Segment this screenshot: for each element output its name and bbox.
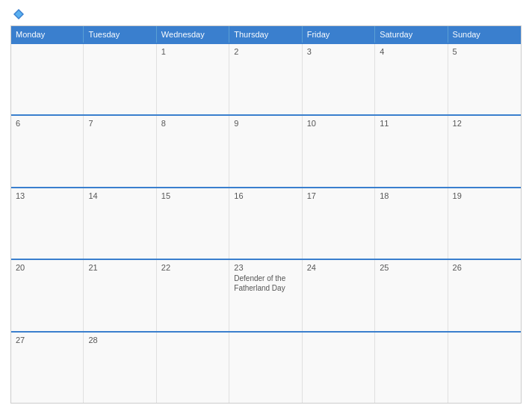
weekday-header-monday: Monday: [11, 26, 84, 43]
day-number: 6: [16, 119, 78, 128]
week-row-3: 13141516171819: [11, 187, 521, 259]
logo-icon: [12, 7, 25, 21]
day-number: 3: [307, 47, 370, 56]
day-number: 17: [307, 191, 370, 200]
week-row-5: 2728: [11, 331, 521, 403]
day-number: 23: [234, 263, 297, 272]
cal-cell-23: 23Defender of the Fatherland Day: [229, 260, 302, 330]
cal-cell-15: 15: [157, 188, 229, 259]
cal-cell-8: 8: [157, 116, 229, 186]
calendar-grid: MondayTuesdayWednesdayThursdayFridaySatu…: [10, 25, 522, 404]
cal-cell-3: 3: [303, 44, 375, 114]
day-number: 2: [234, 47, 297, 56]
week-row-1: 12345: [11, 43, 521, 114]
day-number: 7: [88, 119, 151, 128]
header: [10, 7, 522, 21]
weekday-header-wednesday: Wednesday: [157, 26, 229, 43]
day-number: 13: [16, 191, 78, 200]
cal-cell-28: 28: [84, 333, 156, 403]
day-number: 15: [161, 191, 224, 200]
cal-cell-26: 26: [448, 260, 521, 330]
day-number: 14: [88, 191, 151, 200]
cal-cell-22: 22: [157, 260, 229, 330]
cal-cell-empty: [448, 333, 521, 403]
day-number: 19: [453, 191, 516, 200]
cal-cell-12: 12: [448, 116, 521, 186]
day-number: 27: [16, 336, 78, 344]
cal-cell-21: 21: [84, 260, 156, 330]
cal-cell-25: 25: [375, 260, 448, 330]
day-number: 16: [234, 191, 297, 200]
day-number: 18: [380, 191, 442, 200]
calendar-body: 1234567891011121314151617181920212223Def…: [11, 43, 521, 403]
weekday-header-sunday: Sunday: [448, 26, 521, 43]
cal-cell-empty: [229, 333, 302, 403]
week-row-2: 6789101112: [11, 114, 521, 186]
weekday-header-thursday: Thursday: [229, 26, 302, 43]
day-number: 10: [307, 119, 370, 128]
cal-cell-9: 9: [229, 116, 302, 186]
day-number: 1: [161, 47, 224, 56]
weekday-header-row: MondayTuesdayWednesdayThursdayFridaySatu…: [11, 26, 521, 43]
weekday-header-tuesday: Tuesday: [84, 26, 156, 43]
week-row-4: 20212223Defender of the Fatherland Day24…: [11, 259, 521, 330]
day-number: 4: [380, 47, 442, 56]
cal-cell-24: 24: [303, 260, 375, 330]
cal-cell-5: 5: [448, 44, 521, 114]
cal-cell-4: 4: [375, 44, 448, 114]
cal-cell-empty: [84, 44, 156, 114]
cal-cell-empty: [157, 333, 229, 403]
cal-cell-27: 27: [11, 333, 84, 403]
cal-cell-2: 2: [229, 44, 302, 114]
cal-cell-14: 14: [84, 188, 156, 259]
day-number: 26: [453, 263, 516, 272]
cal-cell-16: 16: [229, 188, 302, 259]
cal-cell-18: 18: [375, 188, 448, 259]
day-number: 28: [88, 336, 151, 344]
cal-cell-20: 20: [11, 260, 84, 330]
day-number: 12: [453, 119, 516, 128]
cal-cell-6: 6: [11, 116, 84, 186]
cal-cell-13: 13: [11, 188, 84, 259]
day-number: 5: [453, 47, 516, 56]
day-number: 20: [16, 263, 78, 272]
cal-cell-11: 11: [375, 116, 448, 186]
cal-cell-1: 1: [157, 44, 229, 114]
day-number: 22: [161, 263, 224, 272]
cal-cell-7: 7: [84, 116, 156, 186]
day-number: 24: [307, 263, 370, 272]
holiday-label: Defender of the Fatherland Day: [234, 274, 297, 293]
cal-cell-empty: [11, 44, 84, 114]
day-number: 21: [88, 263, 151, 272]
day-number: 9: [234, 119, 297, 128]
weekday-header-saturday: Saturday: [375, 26, 448, 43]
day-number: 25: [380, 263, 442, 272]
logo: [10, 7, 27, 21]
day-number: 11: [380, 119, 442, 128]
weekday-header-friday: Friday: [303, 26, 375, 43]
cal-cell-17: 17: [303, 188, 375, 259]
cal-cell-empty: [303, 333, 375, 403]
calendar-page: MondayTuesdayWednesdayThursdayFridaySatu…: [0, 0, 532, 411]
cal-cell-19: 19: [448, 188, 521, 259]
cal-cell-10: 10: [303, 116, 375, 186]
day-number: 8: [161, 119, 224, 128]
cal-cell-empty: [375, 333, 448, 403]
